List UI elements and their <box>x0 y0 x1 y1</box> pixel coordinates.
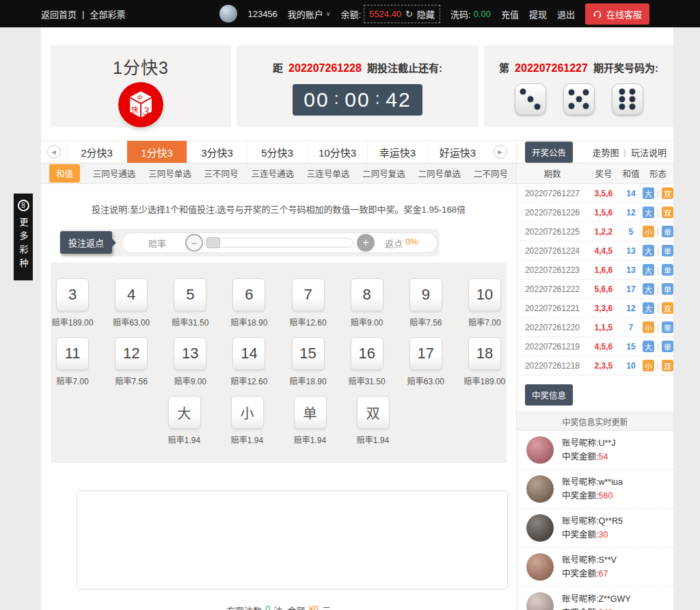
winner-item: 账号昵称:S**V中奖金额:67 <box>517 548 673 587</box>
subtab-二同号单选[interactable]: 二同号单选 <box>418 167 461 180</box>
result-row: 2022072612244,4,513大|单 <box>517 241 673 261</box>
result-numbers: 4,4,5 <box>588 246 619 256</box>
trend-chart-link[interactable]: 走势图 <box>593 146 619 159</box>
subtab-三不同号[interactable]: 三不同号 <box>204 167 239 180</box>
bet-button-10[interactable]: 10 <box>468 278 501 311</box>
subtab-三同号通选[interactable]: 三同号通选 <box>93 167 136 180</box>
bet-grid: 3赔率189.004赔率63.005赔率31.506赔率18.907赔率12.6… <box>51 263 507 463</box>
bet-button-7[interactable]: 7 <box>292 278 325 311</box>
game-header: 1分快3 中 快 3 距 202207261228 期投注截止还有: 00 <box>41 27 673 140</box>
bet-button-17[interactable]: 17 <box>409 337 442 370</box>
bet-button-小[interactable]: 小 <box>231 396 264 429</box>
bet-button-6[interactable]: 6 <box>232 278 265 311</box>
recharge-link[interactable]: 充值 <box>501 8 519 21</box>
subtab-三连号单选[interactable]: 三连号单选 <box>307 167 350 180</box>
result-row: 2022072612201,1,57小|单 <box>517 318 673 337</box>
tabs-scroll-left[interactable]: ◀ <box>41 141 66 163</box>
winner-amount-value: 30 <box>598 530 608 540</box>
bet-button-12[interactable]: 12 <box>115 337 148 370</box>
bet-button-5[interactable]: 5 <box>174 278 206 311</box>
die-pip <box>582 103 589 109</box>
rules-link[interactable]: 玩法说明 <box>631 146 667 159</box>
tab-5分快3[interactable]: 5分快3 <box>247 141 307 163</box>
summary-amount: ¥0 <box>309 604 319 610</box>
hide-balance-toggle[interactable]: 隐藏 <box>417 8 435 21</box>
refresh-icon[interactable]: ↻ <box>405 9 413 19</box>
balance-box[interactable]: 5524.40 ↻ 隐藏 <box>364 5 440 23</box>
bet-slip-box[interactable] <box>77 490 508 589</box>
rebate-value: 0% <box>405 237 418 250</box>
tabs-scroll-right[interactable]: ▶ <box>487 141 513 163</box>
bet-button-双[interactable]: 双 <box>357 396 390 429</box>
tab-1分快3[interactable]: 1分快3 <box>126 141 187 163</box>
online-service-button[interactable]: 在线客服 <box>585 3 649 25</box>
balance-label: 余额: <box>340 8 361 21</box>
bet-button-4[interactable]: 4 <box>115 278 148 311</box>
more-lottery-label: 更多彩种 <box>17 217 30 272</box>
odds-label-11: 赔率7.00 <box>56 375 88 386</box>
badge-separator: | <box>657 361 659 371</box>
badge-separator: | <box>657 208 659 217</box>
bet-button-9[interactable]: 9 <box>409 278 442 311</box>
bet-button-18[interactable]: 18 <box>468 337 501 370</box>
winner-amount-value: 67 <box>598 569 608 579</box>
rebate-minus-button[interactable]: − <box>185 234 203 252</box>
odds-label-小: 赔率1.94 <box>231 434 263 445</box>
announce-button[interactable]: 开奖公告 <box>525 142 573 163</box>
headset-icon <box>593 9 602 18</box>
bet-option-9: 9赔率7.56 <box>404 278 448 328</box>
winners-button[interactable]: 中奖信息 <box>525 384 573 406</box>
rebate-plus-button[interactable]: + <box>357 234 375 252</box>
subtab-二不同号[interactable]: 二不同号 <box>474 167 508 180</box>
withdraw-link[interactable]: 提现 <box>529 8 547 21</box>
bet-button-16[interactable]: 16 <box>351 337 383 370</box>
subtab-三连号通选[interactable]: 三连号通选 <box>251 167 294 180</box>
odds-label-6: 赔率18.90 <box>230 316 267 328</box>
subtab-二同号复选[interactable]: 二同号复选 <box>362 167 405 180</box>
logout-link[interactable]: 退出 <box>557 8 575 21</box>
dice-row <box>484 83 673 115</box>
badge-separator: | <box>657 246 659 256</box>
tab-幸运快3[interactable]: 幸运快3 <box>367 141 427 163</box>
tab-10分快3[interactable]: 10分快3 <box>307 141 367 163</box>
result-numbers: 1,5,6 <box>588 208 619 217</box>
result-numbers: 3,3,6 <box>588 304 619 313</box>
svg-text:中: 中 <box>137 94 142 101</box>
odds-label-16: 赔率31.50 <box>349 375 386 386</box>
tab-2分快3[interactable]: 2分快3 <box>66 141 126 163</box>
more-lottery-float-tab[interactable]: 8 更多彩种 <box>14 194 33 280</box>
bet-option-大: 大赔率1.94 <box>161 396 208 445</box>
parity-badge: 双 <box>662 360 673 371</box>
bet-button-8[interactable]: 8 <box>351 278 383 311</box>
tab-3分快3[interactable]: 3分快3 <box>187 141 247 163</box>
odds-label-15: 赔率18.90 <box>290 375 327 386</box>
bet-button-14[interactable]: 14 <box>232 337 265 370</box>
parity-badge: 双 <box>662 302 673 314</box>
subtab-三同号单选[interactable]: 三同号单选 <box>148 167 191 180</box>
bet-button-15[interactable]: 15 <box>292 337 325 370</box>
results-column: 开奖公告 走势图 | 玩法说明 期数 奖号 和值 形态 202207261227… <box>516 140 673 610</box>
bet-button-单[interactable]: 单 <box>294 396 327 429</box>
result-shape: 大|双 <box>643 187 673 199</box>
tab-好运快3[interactable]: 好运快3 <box>427 141 487 163</box>
bet-button-11[interactable]: 11 <box>56 337 89 370</box>
topbar-links-separator: | <box>82 9 84 19</box>
home-link[interactable]: 返回首页 <box>41 8 77 21</box>
result-numbers: 4,5,6 <box>588 342 619 352</box>
subtab-和值[interactable]: 和值 <box>49 164 80 183</box>
bet-option-单: 单赔率1.94 <box>286 396 334 445</box>
result-period: 202207261225 <box>517 227 588 237</box>
page-content: 1分快3 中 快 3 距 202207261228 期投注截止还有: 00 <box>41 27 673 610</box>
result-shape: 大|单 <box>643 341 673 352</box>
bet-button-大[interactable]: 大 <box>168 396 201 429</box>
die-pip <box>619 89 625 95</box>
rebate-label: 返点 <box>385 237 403 250</box>
result-period: 202207261220 <box>517 323 588 332</box>
size-badge: 小 <box>643 360 654 371</box>
all-lottery-link[interactable]: 全部彩票 <box>90 8 125 21</box>
bet-button-3[interactable]: 3 <box>56 278 89 311</box>
rebate-slider-track[interactable] <box>204 238 353 248</box>
bet-button-13[interactable]: 13 <box>174 337 206 370</box>
rebate-slider-handle[interactable] <box>206 237 220 248</box>
my-account-dropdown[interactable]: 我的账户 ∨ <box>288 8 331 21</box>
